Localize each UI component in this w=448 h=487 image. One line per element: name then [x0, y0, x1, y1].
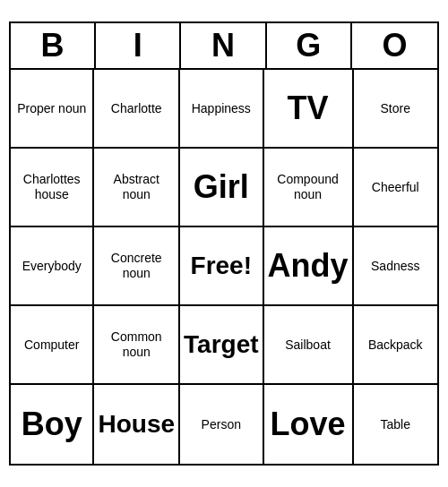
bingo-cell: Store — [354, 70, 437, 149]
bingo-cell: Sailboat — [264, 306, 354, 385]
bingo-cell: Free! — [180, 227, 264, 306]
bingo-cell: Table — [354, 385, 437, 464]
bingo-cell: Backpack — [354, 306, 437, 385]
bingo-cell: Abstract noun — [94, 149, 180, 227]
bingo-cell: Love — [264, 385, 354, 464]
bingo-cell: Girl — [180, 149, 264, 227]
bingo-cell: Target — [180, 306, 264, 385]
bingo-cell: Everybody — [11, 227, 94, 306]
header-letter: O — [352, 23, 437, 68]
bingo-cell: Charlotte — [94, 70, 180, 149]
bingo-cell: Proper noun — [11, 70, 94, 149]
bingo-cell: House — [94, 385, 180, 464]
bingo-cell: Andy — [264, 227, 354, 306]
bingo-cell: Computer — [11, 306, 94, 385]
header-letter: I — [96, 23, 181, 68]
bingo-cell: Sadness — [354, 227, 437, 306]
bingo-cell: Common noun — [94, 306, 180, 385]
header-letter: N — [181, 23, 266, 68]
bingo-cell: Person — [180, 385, 264, 464]
bingo-cell: Boy — [11, 385, 94, 464]
header-letter: G — [267, 23, 352, 68]
bingo-header: BINGO — [11, 23, 437, 70]
bingo-grid: Proper nounCharlotteHappinessTVStoreChar… — [11, 70, 437, 464]
bingo-cell: Compound noun — [264, 149, 354, 227]
bingo-cell: TV — [264, 70, 354, 149]
bingo-cell: Charlottes house — [11, 149, 94, 227]
header-letter: B — [11, 23, 96, 68]
bingo-card: BINGO Proper nounCharlotteHappinessTVSto… — [9, 21, 439, 466]
bingo-cell: Happiness — [180, 70, 264, 149]
bingo-cell: Cheerful — [354, 149, 437, 227]
bingo-cell: Concrete noun — [94, 227, 180, 306]
